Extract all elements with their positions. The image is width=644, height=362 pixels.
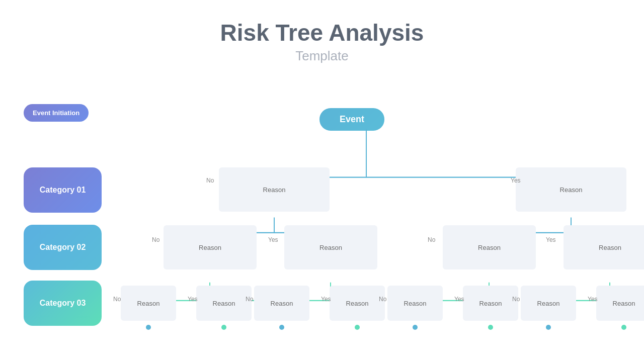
label-no-l3-2: No [246, 296, 253, 303]
dot-6 [488, 325, 493, 330]
event-node: Event [319, 108, 384, 131]
reason-box-l3-3: Reason [254, 286, 309, 321]
label-yes-l2-1: Yes [268, 236, 278, 243]
tree-area: Reason Reason No Yes Reason Reason Reaso… [108, 166, 629, 347]
category-03: Category 03 [24, 281, 102, 326]
page-title: Risk Tree Analysis [0, 19, 644, 46]
reason-box-l3-6: Reason [463, 286, 518, 321]
dot-5 [413, 325, 418, 330]
reason-box-l1-left: Reason [219, 167, 330, 212]
label-yes-l3-3: Yes [454, 296, 464, 303]
label-no-l3-3: No [379, 296, 386, 303]
label-yes-l3-1: Yes [188, 296, 198, 303]
label-no-l3-4: No [512, 296, 520, 303]
reason-box-l2-1: Reason [164, 225, 257, 269]
reason-box-l3-5: Reason [387, 286, 443, 321]
page: Risk Tree Analysis Template Event Initia… [0, 0, 644, 362]
dot-2 [221, 325, 226, 330]
label-yes-l1: Yes [511, 177, 521, 184]
dot-3 [279, 325, 284, 330]
label-yes-l3-4: Yes [588, 296, 598, 303]
dot-1 [146, 325, 151, 330]
reason-box-l3-2: Reason [196, 286, 252, 321]
event-initiation-badge: Event Initiation [24, 104, 89, 122]
reason-box-l3-8: Reason [596, 286, 644, 321]
page-subtitle: Template [0, 48, 644, 64]
reason-box-l2-4: Reason [564, 225, 644, 269]
header: Risk Tree Analysis Template [0, 0, 644, 64]
reason-box-l2-3: Reason [443, 225, 536, 269]
label-yes-l2-2: Yes [546, 236, 556, 243]
label-no-l3-1: No [113, 296, 121, 303]
label-yes-l3-2: Yes [321, 296, 331, 303]
label-no-l2-1: No [152, 236, 159, 243]
reason-box-l1-right: Reason [516, 167, 626, 212]
category-01: Category 01 [24, 167, 102, 213]
reason-box-l3-1: Reason [121, 286, 176, 321]
category-02: Category 02 [24, 225, 102, 270]
label-no-l1: No [206, 177, 214, 184]
dot-8 [621, 325, 626, 330]
dot-7 [546, 325, 551, 330]
reason-box-l3-7: Reason [521, 286, 576, 321]
dot-4 [355, 325, 360, 330]
reason-box-l2-2: Reason [284, 225, 377, 269]
reason-box-l3-4: Reason [330, 286, 385, 321]
label-no-l2-2: No [428, 236, 435, 243]
